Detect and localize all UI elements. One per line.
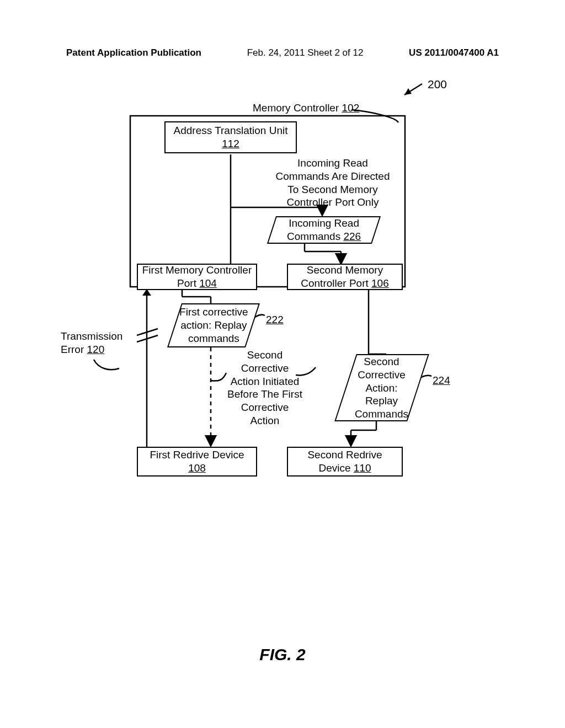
trans-err-ref: 120 [87, 344, 105, 355]
memory-controller-text: Memory Controller [253, 102, 342, 114]
memory-controller-label: Memory Controller 102 [253, 101, 385, 115]
memory-controller-ref: 102 [342, 102, 360, 114]
header-right: US 2011/0047400 A1 [409, 47, 499, 58]
first-corrective-text: First corrective action: Replay commands [179, 306, 248, 345]
second-redrive-ref: 110 [354, 462, 371, 474]
svg-line-13 [137, 329, 158, 335]
second-redrive-device-box: Second Redrive Device 110 [287, 447, 403, 477]
incoming-box-ref: 226 [343, 231, 361, 242]
incoming-note: Incoming Read Commands Are Directed To S… [269, 157, 396, 209]
first-memory-controller-port-box: First Memory Controller Port 104 [137, 264, 257, 290]
ref-224: 224 [433, 374, 450, 387]
first-port-text: First Memory Controller Port [142, 264, 252, 289]
transmission-error-label: Transmission Error 120 [61, 330, 132, 356]
first-redrive-device-box: First Redrive Device 108 [137, 447, 257, 477]
atu-ref: 112 [222, 138, 239, 149]
second-corrective-note: Second Corrective Action Initiated Befor… [226, 349, 303, 427]
first-corrective-action-box: First corrective action: Replay commands [167, 303, 260, 347]
incoming-read-commands-box: Incoming Read Commands 226 [267, 216, 381, 244]
first-redrive-text: First Redrive Device [150, 449, 244, 461]
page-header: Patent Application Publication Feb. 24, … [0, 47, 565, 58]
first-port-ref: 104 [199, 277, 217, 289]
figure-caption: FIG. 2 [0, 645, 565, 664]
atu-text: Address Translation Unit [174, 125, 288, 136]
header-center: Feb. 24, 2011 Sheet 2 of 12 [247, 47, 364, 58]
figure-area: 200 Memory Controller 102 Address Transl… [0, 66, 565, 728]
second-port-ref: 106 [371, 277, 389, 289]
second-corrective-action-box: Second Corrective Action: Replay Command… [334, 354, 429, 421]
second-port-text: Second Memory Controller Port [301, 264, 383, 289]
address-translation-unit-box: Address Translation Unit 112 [164, 121, 297, 153]
first-redrive-ref: 108 [188, 462, 206, 474]
ref-222: 222 [266, 313, 284, 326]
header-left: Patent Application Publication [66, 47, 201, 58]
second-memory-controller-port-box: Second Memory Controller Port 106 [287, 264, 403, 290]
ref-200: 200 [428, 77, 447, 92]
svg-line-14 [137, 335, 158, 342]
second-corrective-text: Second Corrective Action: Replay Command… [355, 355, 408, 421]
